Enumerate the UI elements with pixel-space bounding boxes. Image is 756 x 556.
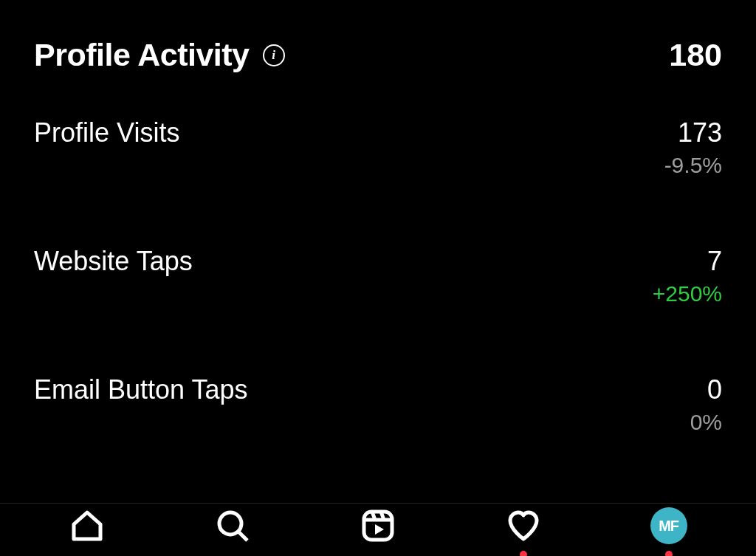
nav-profile[interactable]: MF	[647, 504, 691, 548]
metric-values: 0 0%	[690, 374, 722, 435]
metric-values: 7 +250%	[653, 246, 722, 306]
reels-icon	[360, 508, 396, 543]
search-icon	[215, 508, 250, 543]
avatar: MF	[650, 507, 687, 544]
home-icon	[69, 508, 105, 543]
metric-label: Website Taps	[34, 246, 193, 277]
metric-value: 173	[664, 117, 722, 148]
section-header: Profile Activity i 180	[34, 37, 722, 73]
metric-value: 7	[653, 246, 722, 277]
info-icon[interactable]: i	[263, 44, 285, 66]
profile-activity-section: Profile Activity i 180 Profile Visits 17…	[0, 0, 756, 503]
nav-activity[interactable]	[501, 504, 546, 548]
section-total-value: 180	[669, 37, 722, 73]
bottom-navigation: MF	[0, 503, 756, 556]
metric-value: 0	[690, 374, 722, 405]
metric-website-taps: Website Taps 7 +250%	[34, 246, 722, 306]
header-left: Profile Activity i	[34, 37, 285, 73]
heart-icon	[506, 508, 541, 543]
metric-email-taps: Email Button Taps 0 0%	[34, 374, 722, 435]
metric-change: +250%	[653, 281, 722, 306]
section-title: Profile Activity	[34, 37, 250, 73]
nav-reels[interactable]	[356, 504, 400, 548]
metric-change: -9.5%	[664, 153, 722, 178]
svg-point-0	[219, 512, 241, 535]
nav-home[interactable]	[65, 504, 109, 548]
notification-dot	[520, 551, 527, 556]
metric-change: 0%	[690, 410, 722, 435]
metric-profile-visits: Profile Visits 173 -9.5%	[34, 117, 722, 178]
avatar-initials: MF	[659, 518, 678, 535]
metric-values: 173 -9.5%	[664, 117, 722, 178]
svg-rect-2	[364, 512, 392, 540]
notification-dot	[665, 551, 673, 556]
metric-label: Email Button Taps	[34, 374, 248, 405]
metric-label: Profile Visits	[34, 117, 179, 148]
nav-search[interactable]	[210, 504, 255, 548]
svg-line-1	[239, 532, 248, 540]
